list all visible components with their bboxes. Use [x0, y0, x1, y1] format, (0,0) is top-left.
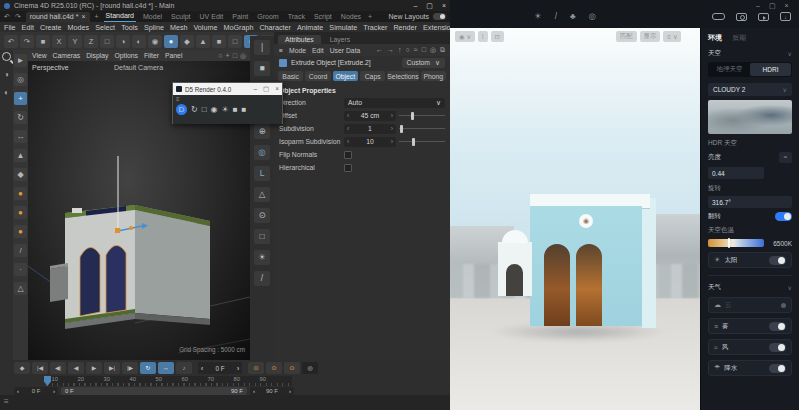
toolbar-icon[interactable]: ◑: [116, 35, 130, 48]
search-icon[interactable]: ○: [406, 46, 410, 54]
prev-frame-icon[interactable]: ◀: [68, 362, 84, 374]
fog-row[interactable]: ≡ 雾: [708, 318, 792, 334]
menu-item[interactable]: MoGraph: [223, 23, 253, 32]
tool-icon[interactable]: ●: [14, 187, 27, 200]
sun-toggle[interactable]: [769, 256, 786, 265]
play-icon[interactable]: ▶: [86, 362, 102, 374]
offset-slider[interactable]: [399, 111, 445, 121]
loop-mode-icon[interactable]: ↻: [140, 362, 156, 374]
flip-normals-checkbox[interactable]: [344, 151, 352, 159]
tool-icon[interactable]: ►: [14, 54, 27, 67]
foliage-icon[interactable]: ♣: [570, 11, 576, 21]
back-icon[interactable]: ←: [376, 46, 383, 54]
attr-tab-phong[interactable]: Phong: [421, 71, 446, 81]
isoparm-slider[interactable]: [399, 137, 445, 147]
hdri-thumbnail[interactable]: [708, 100, 792, 134]
wind-row[interactable]: ≈ 风: [708, 339, 792, 355]
menu-item[interactable]: Modes: [68, 23, 90, 32]
render-queue-icon[interactable]: ↓: [780, 12, 791, 21]
toolbar-icon[interactable]: ■: [36, 35, 50, 48]
layout-tab[interactable]: Groom: [255, 12, 280, 22]
layout-tab[interactable]: Sculpt: [169, 12, 192, 22]
range-end-field[interactable]: ‹90 F›: [250, 387, 294, 395]
viewport-corner-icon[interactable]: +: [226, 52, 230, 60]
brightness-input[interactable]: 0.44: [708, 167, 764, 179]
up-icon[interactable]: ↑: [398, 46, 402, 54]
material-card-icon[interactable]: ■: [233, 105, 238, 114]
viewport-menu[interactable]: Display: [86, 52, 108, 59]
tool-icon[interactable]: ↔: [14, 130, 27, 143]
tool-icon[interactable]: ·: [14, 263, 27, 276]
timeline-ruler[interactable]: 102030405060708090: [46, 376, 292, 386]
maximize-icon[interactable]: ▢: [263, 85, 269, 93]
viewport-menu[interactable]: Options: [114, 52, 137, 59]
record-keyframe-icon[interactable]: ⊙: [248, 362, 264, 374]
material-card-icon[interactable]: ■: [242, 105, 247, 114]
toolbar-icon[interactable]: ↶: [4, 35, 18, 48]
camera-icon[interactable]: [736, 13, 747, 21]
layout-toggle[interactable]: [433, 13, 446, 20]
toolbar-icon[interactable]: ◆: [180, 35, 194, 48]
maximize-icon[interactable]: ▢: [769, 2, 776, 10]
preset-dropdown[interactable]: Custom ∨: [402, 58, 445, 68]
slider-settings-icon[interactable]: ≈: [779, 152, 792, 163]
menu-item[interactable]: Edit: [22, 23, 34, 32]
hamburger-icon[interactable]: ≡: [4, 397, 9, 406]
chevron-down-icon[interactable]: ∨: [788, 50, 792, 57]
palette-icon[interactable]: ◐: [4, 88, 9, 97]
tool-icon[interactable]: △: [14, 282, 27, 295]
tool-icon[interactable]: +: [14, 92, 27, 105]
keyframe-selection-icon[interactable]: ⊙: [284, 362, 300, 374]
object-tool-icon[interactable]: □: [254, 229, 270, 244]
tool-icon[interactable]: ▲: [14, 149, 27, 162]
chevron-down-icon[interactable]: ∨: [788, 284, 792, 291]
layout-tab-standard[interactable]: Standard: [104, 11, 136, 22]
filter-icon[interactable]: ≈: [414, 46, 418, 54]
close-icon[interactable]: ×: [275, 85, 279, 93]
menu-item[interactable]: Volume: [193, 23, 217, 32]
menu-item[interactable]: Extensions: [423, 23, 450, 32]
light-icon[interactable]: ☀: [534, 11, 542, 21]
more-options-button[interactable]: ≡∨: [663, 31, 681, 42]
goto-start-icon[interactable]: |◀: [32, 362, 48, 374]
menu-item[interactable]: Tracker: [363, 23, 387, 32]
new-layouts-label[interactable]: New Layouts: [389, 13, 429, 20]
menu-item[interactable]: Create: [40, 23, 62, 32]
match-perspective-button[interactable]: 匹配: [616, 31, 637, 42]
d5-sync-window[interactable]: D5 Render 0.4.0 – ▢ × ≡ D ↻ □ ◉ ☀ ■ ■: [172, 82, 283, 124]
pingpong-mode-icon[interactable]: ↔: [158, 362, 174, 374]
layout-tab[interactable]: Script: [312, 12, 334, 22]
tab-attributes[interactable]: Attributes: [278, 35, 321, 44]
brush-icon[interactable]: /: [555, 11, 557, 21]
layout-tab[interactable]: Model: [141, 12, 164, 22]
vr-icon[interactable]: [712, 13, 725, 20]
viewport-corner-icon[interactable]: □: [233, 52, 237, 60]
menu-item[interactable]: Tools: [121, 23, 138, 32]
menu-item[interactable]: Select: [95, 23, 115, 32]
info-button[interactable]: i: [478, 31, 487, 42]
hierarchical-checkbox[interactable]: [344, 164, 352, 172]
attr-tab-caps[interactable]: Caps: [360, 71, 385, 81]
object-tool-icon[interactable]: ◎: [254, 145, 270, 160]
tool-icon[interactable]: ●: [14, 206, 27, 219]
viewport-menu[interactable]: Cameras: [53, 52, 81, 59]
tab-hdri[interactable]: HDRI: [750, 63, 791, 76]
object-tool-icon[interactable]: L: [254, 166, 270, 181]
live-selection-icon[interactable]: [2, 52, 11, 61]
menu-item[interactable]: Animate: [297, 23, 323, 32]
d5-sync-button[interactable]: D: [176, 104, 187, 115]
video-icon[interactable]: [758, 13, 769, 21]
offset-stepper[interactable]: ‹ 45 cm ›: [344, 111, 396, 121]
object-tool-icon[interactable]: △: [254, 187, 270, 202]
mode-menu[interactable]: Mode: [289, 47, 306, 54]
c4d-titlebar[interactable]: Cinema 4D R25.010 (RC) - [round hall.c4d…: [0, 0, 450, 11]
goto-end-icon[interactable]: |▶: [122, 362, 138, 374]
toolbar-icon[interactable]: Z: [84, 35, 98, 48]
toolbar-icon[interactable]: ■: [212, 35, 226, 48]
tool-icon[interactable]: /: [14, 244, 27, 257]
current-frame-field[interactable]: ‹0 F›: [198, 362, 242, 374]
preview-range-bar[interactable]: 0 F 90 F: [61, 387, 247, 395]
menu-item[interactable]: Render: [393, 23, 417, 32]
sync-refresh-icon[interactable]: ↻: [191, 105, 198, 114]
palette-icon[interactable]: ◑: [4, 70, 9, 79]
